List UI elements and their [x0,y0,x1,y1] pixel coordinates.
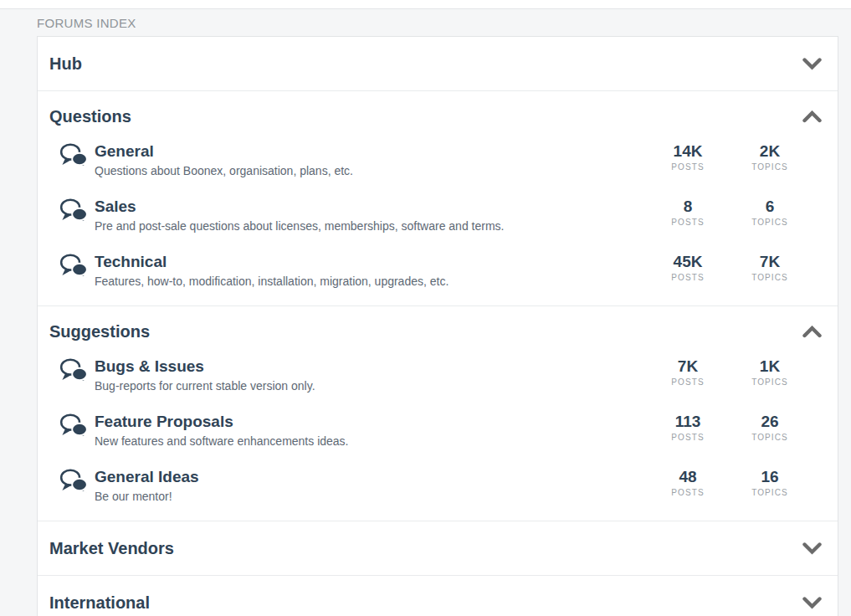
section-header-hub[interactable]: Hub [38,37,838,90]
chevron-up-icon[interactable] [802,326,822,338]
chevron-up-icon[interactable] [802,110,822,123]
section-header-questions[interactable]: Questions [38,91,838,138]
forum-row-technical: Technical Features, how-to, modification… [38,249,838,304]
comments-icon [59,143,88,167]
chevron-down-icon[interactable] [802,58,822,70]
forums-index-page: FORUMS INDEX Hub Questions General Quest… [0,9,851,616]
section-suggestions: Suggestions Bugs & Issues Bug-reports fo… [38,305,838,521]
posts-count: 14K [647,141,729,162]
topics-label: TOPICS [729,272,811,283]
chevron-down-icon[interactable] [802,597,822,609]
comments-icon [59,469,88,493]
posts-stat: 48 POSTS [647,467,729,498]
topics-count: 6 [729,197,811,217]
topics-label: TOPICS [729,217,811,228]
forum-title-link[interactable]: General [95,141,154,162]
forum-description: Questions about Boonex, organisation, pl… [95,162,647,179]
section-header-suggestions[interactable]: Suggestions [38,306,838,353]
forum-row-general-ideas: General Ideas Be our mentor! 48 POSTS 16… [38,464,838,519]
forum-stats: 48 POSTS 16 TOPICS [647,467,811,498]
forum-title-link[interactable]: Technical [95,252,167,272]
topics-count: 7K [729,252,811,272]
forum-description: Be our mentor! [95,488,647,505]
posts-count: 45K [647,252,729,272]
section-header-international[interactable]: International [38,576,838,616]
posts-stat: 45K POSTS [647,252,729,283]
forum-stats: 14K POSTS 2K TOPICS [647,141,811,172]
topics-stat: 16 TOPICS [729,467,811,498]
posts-stat: 7K POSTS [647,357,729,388]
topics-stat: 6 TOPICS [729,197,811,228]
topics-count: 26 [729,412,811,432]
posts-label: POSTS [647,162,729,172]
forum-text: Feature Proposals New features and softw… [95,412,647,449]
posts-count: 8 [647,197,729,217]
comments-icon [59,198,88,223]
topics-stat: 2K TOPICS [729,141,811,172]
posts-label: POSTS [647,272,729,283]
top-header-edge [0,0,851,9]
forum-stats: 8 POSTS 6 TOPICS [647,197,811,228]
topics-label: TOPICS [729,487,811,498]
forum-text: Technical Features, how-to, modification… [95,252,647,290]
topics-count: 1K [729,357,811,377]
forum-row-sales: Sales Pre and post-sale questions about … [38,193,838,249]
forum-stats: 45K POSTS 7K TOPICS [647,252,811,283]
topics-count: 2K [729,141,811,162]
topics-count: 16 [729,467,811,487]
section-title: International [49,593,150,613]
comments-icon [59,413,88,438]
forum-text: Bugs & Issues Bug-reports for current st… [95,357,647,394]
comments-icon [59,358,88,382]
posts-label: POSTS [647,217,729,228]
forum-description: New features and software enhancements i… [95,433,647,449]
section-market-vendors: Market Vendors [38,521,838,575]
section-title: Hub [49,54,82,74]
forum-description: Pre and post-sale questions about licens… [95,218,647,234]
forum-description: Features, how-to, modification, installa… [95,273,647,290]
topics-stat: 26 TOPICS [729,412,811,443]
section-hub: Hub [38,37,838,90]
forums-accordion: Hub Questions General Questions about Bo… [37,36,838,616]
posts-stat: 113 POSTS [647,412,729,443]
posts-label: POSTS [647,432,729,443]
posts-count: 113 [647,412,729,432]
forum-description: Bug-reports for current stable version o… [95,377,647,394]
section-title: Questions [49,107,131,126]
posts-count: 48 [647,467,729,487]
section-questions: Questions General Questions about Boonex… [38,90,838,305]
forum-title-link[interactable]: Sales [95,197,136,217]
posts-count: 7K [647,357,729,377]
comments-icon [59,254,88,278]
section-title: Suggestions [49,322,150,341]
topics-label: TOPICS [729,162,811,172]
forum-stats: 113 POSTS 26 TOPICS [647,412,811,443]
chevron-down-icon[interactable] [802,542,822,555]
forum-title-link[interactable]: Feature Proposals [95,412,233,432]
posts-label: POSTS [647,487,729,498]
forum-list: Bugs & Issues Bug-reports for current st… [38,353,838,521]
forum-text: General Questions about Boonex, organisa… [95,141,647,179]
forum-list: General Questions about Boonex, organisa… [38,138,838,305]
topics-stat: 7K TOPICS [729,252,811,283]
topics-label: TOPICS [729,432,811,443]
posts-label: POSTS [647,377,729,388]
forum-title-link[interactable]: General Ideas [95,467,199,487]
posts-stat: 8 POSTS [647,197,729,228]
topics-stat: 1K TOPICS [729,357,811,388]
forum-stats: 7K POSTS 1K TOPICS [647,357,811,388]
section-international: International [38,575,838,616]
section-header-market-vendors[interactable]: Market Vendors [38,521,838,575]
forum-row-feature-proposals: Feature Proposals New features and softw… [38,408,838,464]
forum-row-bugs-issues: Bugs & Issues Bug-reports for current st… [38,353,838,408]
forum-row-general: General Questions about Boonex, organisa… [38,138,838,193]
topics-label: TOPICS [729,377,811,388]
forum-text: Sales Pre and post-sale questions about … [95,197,647,234]
page-title: FORUMS INDEX [37,9,851,36]
posts-stat: 14K POSTS [647,141,729,172]
forum-text: General Ideas Be our mentor! [95,467,647,505]
section-title: Market Vendors [49,539,174,558]
forum-title-link[interactable]: Bugs & Issues [95,357,204,377]
